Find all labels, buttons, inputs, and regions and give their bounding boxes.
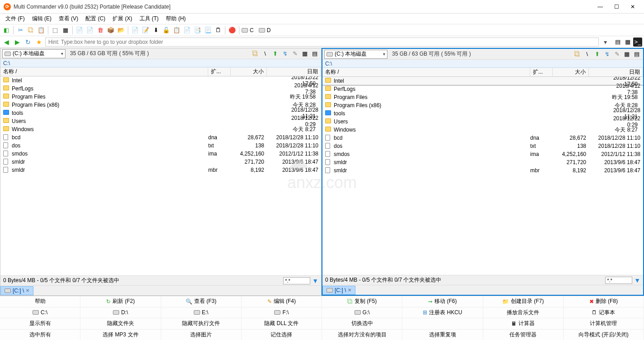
sep-icon[interactable]: \	[583, 50, 592, 59]
favorite-icon[interactable]: ★	[34, 38, 43, 47]
terminal-icon[interactable]: >_	[633, 38, 642, 47]
function-button[interactable]: ✎编辑 (F4)	[242, 296, 322, 307]
file-list[interactable]: Intel 2018/12/22 17:50 PerfLogs 2018/4/1…	[322, 77, 643, 275]
file-row[interactable]: Program Files (x86) 今天 8:28	[322, 101, 643, 109]
tool2-icon[interactable]: 📝	[141, 26, 150, 35]
list-icon[interactable]: ▤	[310, 49, 319, 58]
tree-icon[interactable]: ⿻	[573, 50, 582, 59]
function-button[interactable]: 播放音乐文件	[483, 307, 564, 318]
file-row[interactable]: smldr 271,720 2013/9/6 18:47	[322, 158, 643, 166]
file-row[interactable]: smldr 271,720 2013/9/6 18:47	[0, 158, 321, 166]
function-button[interactable]: 显示所有	[0, 318, 80, 329]
filter-input[interactable]	[605, 277, 632, 284]
function-button[interactable]: ✖删除 (F8)	[564, 296, 644, 307]
close-tab-icon[interactable]: ✕	[348, 288, 351, 293]
select2-icon[interactable]: ▦	[61, 26, 70, 35]
tool8-icon[interactable]: 📃	[203, 26, 212, 35]
filter-input[interactable]	[283, 277, 310, 284]
wand-icon[interactable]: ✎	[612, 50, 621, 59]
file-row[interactable]: bcd dna 28,672 2018/12/28 11:10	[322, 134, 643, 142]
function-button[interactable]: 选择对方没有的项目	[322, 330, 402, 340]
function-button[interactable]: 📁创建目录 (F7)	[483, 296, 564, 307]
menu-item[interactable]: 帮助 (H)	[163, 14, 188, 24]
close-button[interactable]: ✕	[629, 4, 637, 10]
function-button[interactable]: C:\	[0, 307, 80, 318]
maximize-button[interactable]: ☐	[612, 4, 621, 10]
path-bar[interactable]: C:\	[322, 60, 643, 68]
filter-icon[interactable]: ▼	[634, 277, 640, 284]
menu-item[interactable]: 文件 (F)	[3, 14, 28, 24]
function-button[interactable]: ↻刷新 (F2)	[80, 296, 161, 307]
file-row[interactable]: smldr mbr 8,192 2013/9/6 18:47	[0, 166, 321, 174]
tool3-icon[interactable]: ⬇	[151, 26, 160, 35]
pack-icon[interactable]: 📦	[106, 26, 115, 35]
function-button[interactable]: F:\	[242, 307, 322, 318]
function-button[interactable]: 任务管理器	[483, 330, 564, 340]
file-row[interactable]: PerfLogs 2018/4/12 7:38	[0, 85, 321, 93]
function-button[interactable]: 隐藏 DLL 文件	[242, 318, 322, 329]
function-button[interactable]: 选中所有	[0, 330, 80, 340]
path-bar[interactable]: C:\	[0, 59, 321, 67]
file-row[interactable]: smldr mbr 8,192 2013/9/6 18:47	[322, 166, 643, 175]
history-icon[interactable]: ↻	[23, 38, 33, 47]
toolbar-drive-c[interactable]: C	[242, 27, 254, 33]
delete-file-icon[interactable]: 🗑	[96, 26, 105, 35]
file-row[interactable]: tools 2018/12/28 11:21	[0, 109, 321, 117]
toolbar-drive-d[interactable]: D	[259, 27, 271, 33]
col-size[interactable]: 大小	[231, 67, 267, 76]
tree-icon[interactable]: ⿻	[251, 49, 260, 58]
back-icon[interactable]: ◀	[2, 38, 11, 47]
file-row[interactable]: Windows 今天 8:27	[0, 125, 321, 133]
function-button[interactable]: 🖩计算器	[483, 318, 564, 329]
function-button[interactable]: 选择 MP3 文件	[80, 330, 161, 340]
panel-tab[interactable]: [C:] \ ✕	[0, 286, 33, 295]
grid-icon[interactable]: ▦	[300, 49, 309, 58]
wand-icon[interactable]: ✎	[290, 49, 299, 58]
col-name[interactable]: 名称 /	[0, 67, 208, 76]
file-row[interactable]: smdos ima 4,252,160 2012/1/12 11:38	[0, 150, 321, 158]
filter-icon[interactable]: ▼	[312, 277, 318, 284]
function-button[interactable]: 计算机管理	[564, 318, 644, 329]
function-button[interactable]: 选择图片	[161, 330, 242, 340]
function-button[interactable]: 向导模式 (开启/关闭)	[564, 330, 644, 340]
function-button[interactable]: 选择重复项	[402, 330, 483, 340]
col-ext[interactable]: 扩...	[208, 67, 231, 76]
function-button[interactable]: ⊞注册表 HKCU	[402, 307, 483, 318]
tool4-icon[interactable]: 🔓	[162, 26, 171, 35]
file-row[interactable]: smdos ima 4,252,160 2012/1/12 11:38	[322, 150, 643, 158]
file-row[interactable]: dos txt 138 2018/12/28 11:10	[322, 142, 643, 150]
menu-item[interactable]: 工具 (T)	[137, 14, 162, 24]
function-button[interactable]: 记住选择	[242, 330, 322, 340]
file-row[interactable]: bcd dna 28,672 2018/12/28 11:10	[0, 133, 321, 142]
function-button[interactable]: 隐藏可执行文件	[161, 318, 242, 329]
tool1-icon[interactable]: 📄	[131, 26, 140, 35]
function-button[interactable]: 🗒记事本	[564, 307, 644, 318]
file-row[interactable]: PerfLogs 2018/4/12 7:38	[322, 85, 643, 93]
file-list[interactable]: Intel 2018/12/22 17:50 PerfLogs 2018/4/1…	[0, 76, 321, 275]
function-button[interactable]: D:\	[80, 307, 161, 318]
refresh-icon[interactable]: ↯	[280, 49, 289, 58]
list-icon[interactable]: ▤	[632, 50, 641, 59]
col-ext[interactable]: 扩...	[530, 68, 553, 76]
close-tab-icon[interactable]: ✕	[26, 288, 29, 293]
paste-icon[interactable]: 📋	[37, 26, 46, 35]
new-tab-icon[interactable]: ◧	[2, 26, 11, 35]
file-row[interactable]: Program Files (x86) 今天 8:28	[0, 101, 321, 109]
drive-combo[interactable]: (C:) 本地磁盘 ▾	[324, 50, 387, 59]
up-icon[interactable]: ⬆	[593, 50, 602, 59]
file-row[interactable]: dos txt 138 2018/12/28 11:10	[0, 142, 321, 150]
col-date[interactable]: 日期	[589, 68, 643, 76]
tool7-icon[interactable]: 📑	[193, 26, 202, 35]
select-icon[interactable]: ⬚	[51, 26, 60, 35]
address-dropdown-icon[interactable]: ▾	[601, 38, 610, 47]
tool6-icon[interactable]: 📄	[182, 26, 191, 35]
function-button[interactable]: 隐藏文件夹	[80, 318, 161, 329]
function-button[interactable]: 帮助	[0, 296, 80, 307]
color-icon[interactable]: 🔴	[228, 26, 237, 35]
file-row[interactable]: Intel 2018/12/22 17:50	[322, 77, 643, 85]
minimize-button[interactable]: —	[596, 4, 604, 10]
col-name[interactable]: 名称 /	[322, 68, 530, 76]
menu-item[interactable]: 扩展 (X)	[110, 14, 135, 24]
refresh-icon[interactable]: ↯	[602, 50, 611, 59]
up-icon[interactable]: ⬆	[271, 49, 280, 58]
